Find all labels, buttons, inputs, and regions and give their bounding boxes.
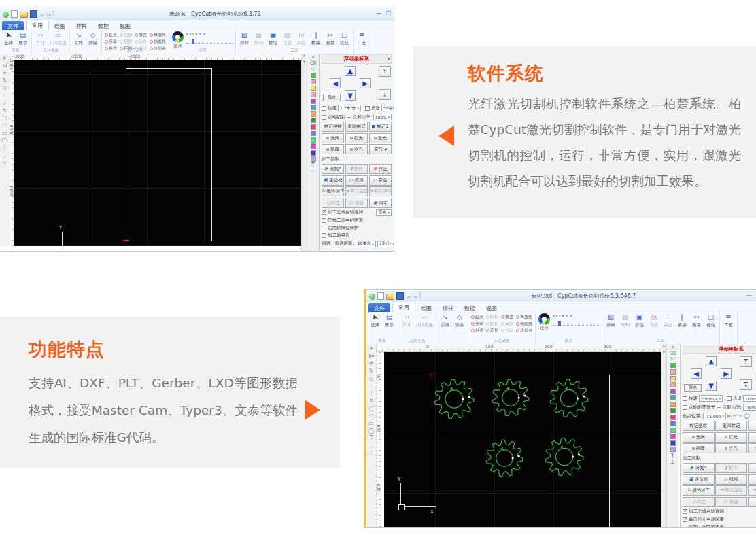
select-tool[interactable]: ➤ [3, 55, 7, 61]
ribbon-item-sort[interactable]: 排序 [172, 31, 184, 50]
ribbon-item[interactable]: 停靠 [105, 39, 117, 45]
ribbon-item[interactable]: ▨飞切 [281, 31, 293, 46]
panel-button[interactable]: 空气▾ [369, 144, 392, 154]
gear-outline[interactable] [550, 379, 588, 417]
link-icon[interactable]: ⬩ [196, 31, 198, 37]
jog-down-button[interactable]: ▼ [706, 381, 717, 391]
step-checkbox[interactable] [727, 396, 732, 401]
panel-button[interactable]: 返回标记 [345, 122, 368, 132]
link-icon[interactable]: ⬩ [559, 313, 561, 319]
ribbon-item[interactable]: 阳切 [486, 314, 498, 320]
text-tool[interactable]: T [3, 145, 7, 151]
ribbon-item[interactable]: 环切 [486, 328, 498, 334]
jog-right-button[interactable]: ▶ [721, 368, 732, 379]
zoom-tool[interactable]: ◎ [369, 375, 374, 381]
ellipse-tool[interactable]: ◯ [368, 428, 375, 434]
ribbon-item[interactable]: ↘引线 [439, 313, 451, 328]
color-swatch-2[interactable] [670, 369, 676, 375]
start-button[interactable]: ▶开始* [683, 463, 715, 473]
color-swatch-4[interactable] [311, 92, 316, 97]
option-checkbox[interactable] [322, 210, 326, 215]
menu-tab-4[interactable]: 排样 [437, 303, 459, 313]
minimize-button[interactable]: — [376, 11, 381, 16]
focus-select[interactable]: -15.000 [703, 413, 726, 419]
panel-button[interactable]: ↻循环加工 [322, 186, 344, 196]
quickbar-undo[interactable]: ↶ [406, 290, 411, 302]
fillet-tool[interactable]: ◞ [370, 443, 372, 449]
panel-button[interactable]: 标记坐标 [322, 122, 344, 132]
ribbon-item[interactable]: ➤选择 [369, 313, 381, 328]
gear-outline[interactable] [492, 379, 529, 416]
ribbon-item[interactable]: ∥桥接 [310, 31, 322, 46]
panel-button[interactable]: ▣走边框 [683, 474, 715, 485]
panel-button[interactable]: 吹气 [345, 144, 368, 154]
focus-plus-button[interactable]: ＋ [738, 414, 742, 419]
ribbon-item[interactable]: ∥桥接 [676, 313, 688, 328]
line-tool[interactable]: ∕ [4, 100, 6, 106]
canvas-scrollbar[interactable]: ▲▼ [301, 54, 307, 251]
focus-minus-button[interactable]: − [732, 414, 736, 419]
color-swatch-2[interactable] [311, 79, 316, 84]
pan-tool[interactable]: ✛ [3, 70, 7, 76]
color-swatch-6[interactable] [311, 105, 316, 110]
color-swatch-7[interactable] [311, 111, 316, 117]
panel-button[interactable]: ▷模拟 [715, 474, 747, 485]
panel-button[interactable]: ◁回退 [683, 497, 715, 507]
color-swatch-1[interactable] [670, 363, 676, 368]
panel-button[interactable]: ▷前进 [345, 198, 368, 208]
panel-button[interactable]: ◁回退 [322, 198, 344, 208]
quickbar-app-logo[interactable] [3, 7, 9, 20]
distance-select[interactable]: 10毫米 [356, 241, 376, 247]
link-icon[interactable]: ⬩ [186, 31, 188, 37]
color-swatch-13[interactable] [311, 150, 316, 156]
gear-outline[interactable] [486, 440, 523, 477]
panel-button[interactable]: ▷前进 [715, 497, 747, 507]
ribbon-item[interactable]: ≣工艺 [356, 31, 368, 46]
ribbon-item[interactable]: ↔测量 [691, 313, 702, 328]
node-edit-tool[interactable]: ⋈ [2, 63, 7, 69]
gear-outline[interactable] [545, 438, 583, 476]
color-swatch-10[interactable] [670, 421, 676, 426]
panel-button[interactable]: 标记坐标 [683, 421, 715, 431]
fast-speed-select[interactable]: 20mm/s [699, 395, 723, 402]
color-swatch-4[interactable] [670, 382, 676, 387]
text-layer-icon[interactable]: ⊥ [670, 460, 675, 465]
fillet-tool[interactable]: ◞ [3, 152, 5, 158]
quickbar-app-logo[interactable] [369, 290, 375, 302]
ribbon-item[interactable]: ▨飞切 [648, 313, 659, 328]
panel-button[interactable]: ▷模拟 [345, 175, 368, 186]
menu-tab-6[interactable]: 视图 [114, 21, 136, 31]
color-swatch-11[interactable] [670, 428, 676, 433]
panel-button[interactable]: ▣走边框 [322, 175, 344, 186]
panel-button[interactable]: 红光 [345, 133, 368, 143]
color-swatch-8[interactable] [311, 118, 316, 123]
quickbar-redo[interactable]: ↷ [46, 7, 51, 20]
link-icon[interactable]: ⬩ [562, 313, 564, 319]
ribbon-item[interactable]: 反向 [135, 39, 147, 45]
ribbon-item[interactable]: 阴切 [120, 39, 132, 45]
node-edit-tool[interactable]: ⋈ [368, 353, 374, 359]
slider-handle[interactable] [558, 321, 561, 326]
jog-right-button[interactable]: ▶ [360, 78, 371, 88]
sort-slider[interactable] [553, 320, 599, 326]
ribbon-item[interactable]: ↔尺寸 [401, 313, 413, 328]
ribbon-item[interactable]: ➤选择 [3, 31, 14, 46]
text-layer-icon[interactable]: Ƭ [311, 163, 315, 169]
ribbon-item[interactable]: □优化 [339, 31, 350, 46]
drawing-canvas[interactable]: Y X [14, 60, 307, 246]
option-checkbox[interactable] [683, 525, 687, 528]
panel-button[interactable]: 低压气▾ [748, 443, 756, 453]
rect-tool[interactable]: ▭ [2, 130, 7, 136]
ribbon-item[interactable]: 微连 [135, 32, 147, 38]
ribbon-item[interactable]: ⊞共边 [662, 313, 674, 328]
ribbon-item[interactable]: ≣工艺 [723, 313, 734, 328]
panel-button[interactable]: 标记1 [748, 421, 756, 431]
skip-back-icon[interactable]: « [199, 31, 201, 37]
menu-tab-1[interactable]: 文件 [368, 303, 390, 313]
quickbar-save-file[interactable] [30, 7, 37, 20]
color-swatch-12[interactable] [311, 143, 316, 149]
ribbon-item[interactable]: ◇清除 [453, 313, 465, 328]
ribbon-item[interactable]: ▣群组 [634, 313, 645, 328]
color-swatch-14[interactable] [311, 156, 316, 162]
color-swatch-7[interactable] [670, 402, 676, 407]
